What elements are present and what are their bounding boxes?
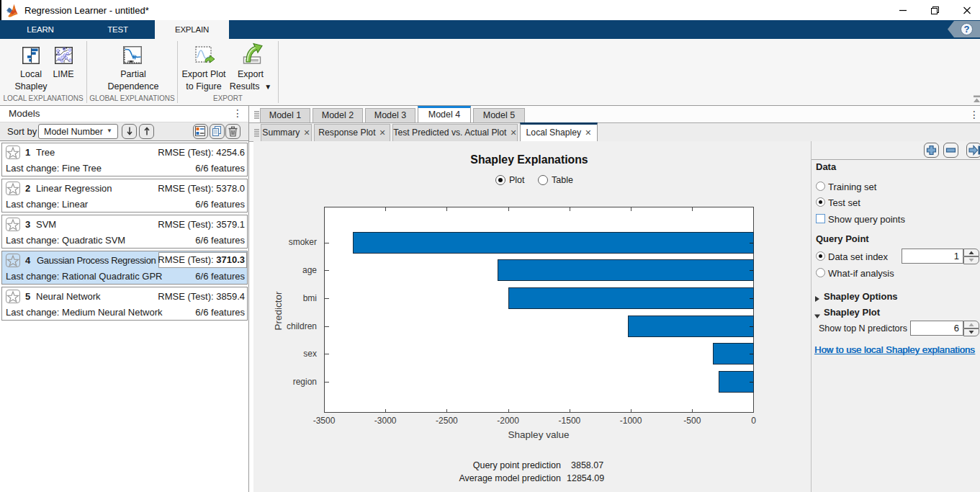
svg-text:?: ? bbox=[964, 24, 970, 35]
